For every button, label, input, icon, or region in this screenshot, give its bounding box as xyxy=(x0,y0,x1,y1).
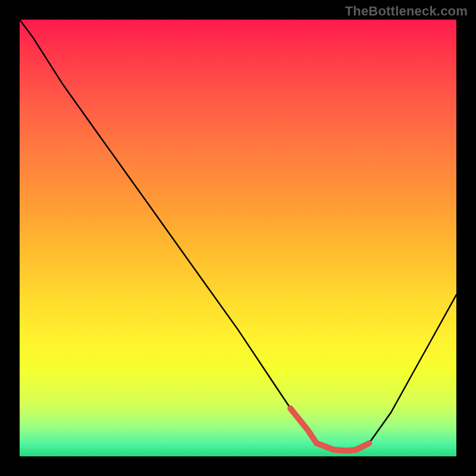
plot-frame xyxy=(20,20,456,456)
attribution-text: TheBottleneck.com xyxy=(345,4,468,19)
bottleneck-highlight-segment xyxy=(290,408,369,450)
bottleneck-curve xyxy=(20,20,456,451)
curve-svg xyxy=(20,20,456,456)
